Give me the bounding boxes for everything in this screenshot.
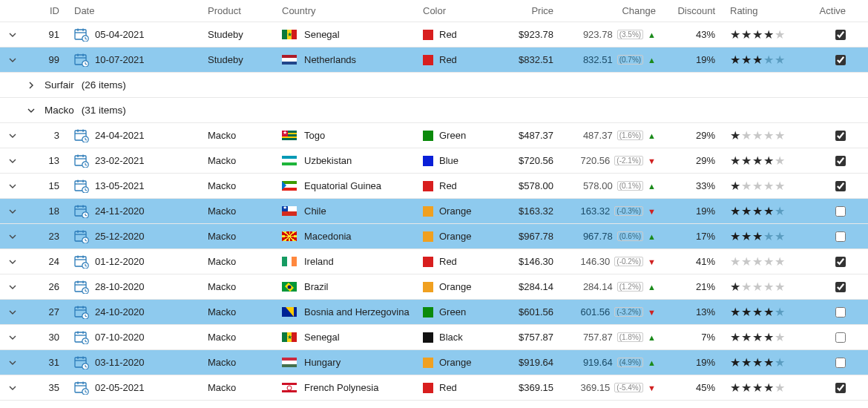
country-text: French Polynesia: [304, 382, 378, 393]
cell-active: [815, 55, 859, 65]
row-expand[interactable]: [0, 182, 25, 190]
flag-icon: [282, 231, 297, 241]
row-expand[interactable]: [0, 384, 25, 392]
color-swatch: [423, 181, 433, 191]
group-row-surfair[interactable]: Surfair (26 items): [0, 73, 868, 98]
active-checkbox[interactable]: [835, 131, 846, 141]
cell-discount: 7%: [660, 332, 726, 343]
date-text: 24-10-2020: [95, 306, 145, 317]
active-checkbox[interactable]: [835, 55, 846, 65]
cell-id: 13: [25, 155, 70, 166]
table-row[interactable]: 3 24-04-2021 Macko Togo Green $487.37 48…: [0, 123, 868, 148]
active-checkbox[interactable]: [835, 30, 846, 40]
header-country[interactable]: Country: [277, 5, 418, 16]
date-text: 24-04-2021: [95, 130, 145, 141]
chevron-down-icon: [9, 31, 16, 39]
cell-change: 923.78 (3.5%) ▲: [564, 29, 660, 40]
header-active[interactable]: Active: [815, 5, 859, 16]
row-expand[interactable]: [0, 31, 25, 39]
cell-product: Macko: [203, 130, 277, 141]
cell-color: Orange: [418, 231, 490, 242]
row-expand[interactable]: [0, 56, 25, 64]
calendar-clock-icon: [74, 255, 89, 269]
cell-country: Chile: [277, 205, 418, 217]
table-row[interactable]: 31 03-11-2020 Macko Hungary Orange $919.…: [0, 350, 868, 375]
cell-country: Togo: [277, 130, 418, 141]
cell-change: 146.30 (-0.2%) ▼: [564, 256, 660, 267]
active-checkbox[interactable]: [835, 156, 846, 166]
change-pct: (0.7%): [617, 55, 643, 65]
header-color[interactable]: Color: [418, 5, 490, 16]
row-expand[interactable]: [0, 309, 25, 316]
active-checkbox[interactable]: [835, 206, 846, 217]
cell-id: 23: [25, 231, 70, 242]
cell-date: 24-11-2020: [70, 205, 203, 218]
header-date[interactable]: Date: [70, 5, 203, 16]
cell-color: Orange: [418, 205, 490, 217]
color-text: Orange: [439, 231, 471, 242]
row-expand[interactable]: [0, 283, 25, 291]
active-checkbox[interactable]: [835, 332, 846, 343]
header-change[interactable]: Change: [564, 5, 660, 16]
flag-icon: [282, 181, 297, 191]
change-pct: (-0.3%): [614, 206, 643, 216]
cell-price: $284.14: [490, 281, 564, 292]
row-expand[interactable]: [0, 233, 25, 240]
chevron-down-icon: [9, 56, 16, 64]
change-pct: (0.1%): [617, 181, 643, 191]
header-id[interactable]: ID: [25, 5, 70, 16]
cell-price: $487.37: [490, 130, 564, 141]
cell-country: Equatorial Guinea: [277, 180, 418, 191]
chevron-down-icon: [9, 132, 16, 139]
active-checkbox[interactable]: [835, 383, 846, 393]
row-expand[interactable]: [0, 132, 25, 139]
table-row[interactable]: 15 13-05-2021 Macko Equatorial Guinea Re…: [0, 174, 868, 199]
table-row[interactable]: 13 23-02-2021 Macko Uzbekistan Blue $720…: [0, 148, 868, 174]
table-row[interactable]: 99 10-07-2021 Studeby Netherlands Red $8…: [0, 47, 868, 73]
table-row[interactable]: 23 25-12-2020 Macko Macedonia Orange $96…: [0, 224, 868, 249]
group-count: (31 items): [82, 105, 126, 116]
cell-country: Senegal: [277, 332, 418, 343]
cell-discount: 41%: [660, 256, 726, 267]
cell-date: 07-10-2020: [70, 331, 203, 344]
table-row[interactable]: 24 01-12-2020 Macko Ireland Red $146.30 …: [0, 249, 868, 274]
chevron-down-icon: [9, 384, 16, 392]
cell-rating: ★★★★★: [726, 154, 815, 168]
table-row[interactable]: 27 24-10-2020 Macko Bosnia and Herzegovi…: [0, 300, 868, 325]
country-text: Netherlands: [304, 54, 356, 65]
row-expand[interactable]: [0, 334, 25, 341]
cell-discount: 29%: [660, 130, 726, 141]
cell-rating: ★★★★★: [726, 53, 815, 67]
table-row[interactable]: 26 28-10-2020 Macko Brazil Orange $284.1…: [0, 274, 868, 300]
header-rating[interactable]: Rating: [726, 5, 815, 16]
cell-product: Macko: [203, 180, 277, 191]
cell-rating: ★★★★★: [726, 27, 815, 42]
change-value: 757.87: [583, 332, 613, 343]
cell-color: Red: [418, 54, 490, 65]
cell-date: 03-11-2020: [70, 356, 203, 369]
calendar-clock-icon: [74, 205, 89, 218]
cell-active: [815, 156, 859, 166]
header-discount[interactable]: Discount: [660, 5, 726, 16]
active-checkbox[interactable]: [835, 231, 846, 242]
row-expand[interactable]: [0, 258, 25, 266]
change-pct: (-2.1%): [614, 156, 643, 165]
chevron-down-icon: [9, 283, 16, 291]
active-checkbox[interactable]: [835, 181, 846, 191]
table-row[interactable]: 35 02-05-2021 Macko French Polynesia Red…: [0, 375, 868, 401]
active-checkbox[interactable]: [835, 358, 846, 368]
active-checkbox[interactable]: [835, 257, 846, 267]
color-text: Red: [439, 54, 457, 65]
active-checkbox[interactable]: [835, 282, 846, 292]
table-row[interactable]: 91 05-04-2021 Studeby Senegal Red $923.7…: [0, 22, 868, 47]
row-expand[interactable]: [0, 208, 25, 215]
table-row[interactable]: 30 07-10-2020 Macko Senegal Black $757.8…: [0, 325, 868, 350]
group-row-macko[interactable]: Macko (31 items): [0, 98, 868, 123]
header-price[interactable]: Price: [490, 5, 564, 16]
active-checkbox[interactable]: [835, 307, 846, 317]
table-row[interactable]: 18 24-11-2020 Macko Chile Orange $163.32…: [0, 199, 868, 224]
header-product[interactable]: Product: [203, 5, 277, 16]
row-expand[interactable]: [0, 157, 25, 165]
row-expand[interactable]: [0, 359, 25, 366]
chevron-down-icon: [9, 258, 16, 266]
